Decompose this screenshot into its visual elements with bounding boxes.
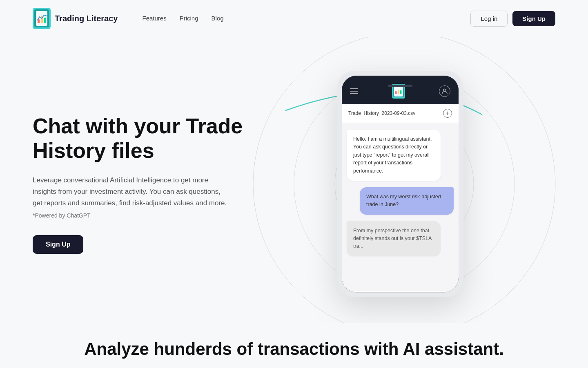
bottom-section: Analyze hunderds of transactions with AI… xyxy=(0,323,588,368)
hero-powered: *Powered by ChatGPT xyxy=(33,212,245,219)
chat-bubble-bot-2: From my perspective the one that definit… xyxy=(347,221,441,256)
add-file-icon[interactable]: + xyxy=(443,109,452,118)
login-button[interactable]: Log in xyxy=(470,11,508,27)
phone-filebar: Trade_History_2023-09-03.csv + xyxy=(342,104,459,123)
phone-chat: Hello. I am a multilingual assistant. Yo… xyxy=(342,123,459,263)
navbar: Trading Literacy Features Pricing Blog L… xyxy=(0,0,588,37)
hero-description: Leverage conversational Artificial Intel… xyxy=(33,175,229,209)
hamburger-icon[interactable] xyxy=(350,88,358,94)
signup-button-hero[interactable]: Sign Up xyxy=(33,235,83,254)
bottom-title: Analyze hunderds of transactions with AI… xyxy=(33,339,555,359)
phone-mockup: Trade_History_2023-09-03.csv + Hello. I … xyxy=(337,71,463,297)
nav-pricing[interactable]: Pricing xyxy=(180,15,198,22)
filename-label: Trade_History_2023-09-03.csv xyxy=(348,110,415,116)
nav-actions: Log in Sign Up xyxy=(470,11,555,27)
svg-point-15 xyxy=(443,89,446,92)
svg-rect-14 xyxy=(400,90,402,94)
nav-links: Features Pricing Blog xyxy=(143,15,224,22)
chat-bubble-user-1: What was my worst risk-adjusted trade in… xyxy=(360,187,454,215)
hero-right: Trade_History_2023-09-03.csv + Hello. I … xyxy=(245,71,555,297)
hero-left: Chat with your Trade History files Lever… xyxy=(33,114,245,254)
nav-features[interactable]: Features xyxy=(143,15,167,22)
svg-rect-5 xyxy=(44,18,46,23)
hero-section: Chat with your Trade History files Lever… xyxy=(0,37,588,323)
user-icon[interactable] xyxy=(439,85,450,97)
phone-topbar xyxy=(342,76,459,104)
nav-blog[interactable]: Blog xyxy=(212,15,224,22)
hero-title: Chat with your Trade History files xyxy=(33,114,245,163)
phone-notch xyxy=(388,85,412,87)
logo-icon xyxy=(33,8,51,29)
phone-content: Trade_History_2023-09-03.csv + Hello. I … xyxy=(342,104,459,292)
brand-name: Trading Literacy xyxy=(55,14,118,23)
phone-screen: Trade_History_2023-09-03.csv + Hello. I … xyxy=(342,76,459,292)
logo-link[interactable]: Trading Literacy xyxy=(33,8,118,29)
svg-rect-12 xyxy=(395,91,397,94)
signup-button-nav[interactable]: Sign Up xyxy=(512,11,555,26)
svg-rect-13 xyxy=(398,90,399,94)
chat-bubble-bot-1: Hello. I am a multilingual assistant. Yo… xyxy=(347,130,441,181)
